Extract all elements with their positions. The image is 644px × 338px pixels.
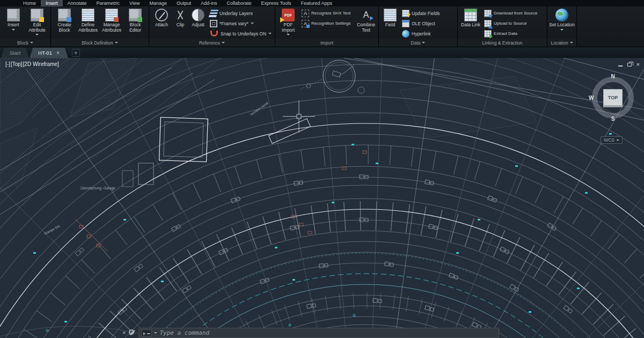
panel-import: PDF PDF Import A Recognize SHX Text A Re… [275,6,379,47]
combine-text-button[interactable]: A Combine Text [355,8,377,39]
wcs-label: WCS [604,137,614,143]
viewport-view-control[interactable]: [Top] [11,61,23,67]
extract-data-label: Extract Data [494,31,517,36]
create-block-label: Create Block [53,23,76,33]
panel-reference: Attach Clip Adjust Underlay Layers [149,6,275,47]
pdf-import-button[interactable]: PDF PDF Import [277,8,299,39]
clip-button[interactable]: Clip [172,8,188,39]
panel-label-reference[interactable]: Reference [149,39,275,47]
attach-button[interactable]: Attach [151,8,172,39]
customize-wrench-icon[interactable] [129,329,135,336]
chevron-down-icon [287,34,290,35]
upload-to-source-button[interactable]: Upload to Source [482,18,545,28]
crosshair-cursor [283,100,315,133]
ribbon-tab-addins[interactable]: Add-ins [196,0,222,6]
wcs-dropdown[interactable]: WCS [601,136,623,144]
restore-icon[interactable] [627,63,632,67]
minimize-icon[interactable] [618,65,623,67]
insert-button[interactable]: Insert [2,8,25,39]
close-icon[interactable] [56,50,60,56]
ribbon-tab-insert[interactable]: Insert [41,0,63,6]
hyperlink-icon [402,30,409,38]
underlay-layers-icon [209,10,219,17]
insert-button-label: Insert [8,23,19,28]
drawing-canvas[interactable]: Überdachung -Garage Vorfahrt Hotel Rampe… [0,58,644,338]
panel-label-location[interactable]: Location [547,39,576,47]
update-fields-button[interactable]: Update Fields [400,8,456,18]
recognize-shx-label: Recognize SHX Text [311,11,350,16]
panel-label-block[interactable]: Block [0,39,50,47]
viewport-minimize-control[interactable]: [-] [5,61,10,67]
panel-label-import[interactable]: Import [275,39,378,47]
ribbon-tab-annotate[interactable]: Annotate [63,0,92,6]
recognize-shx-text-button[interactable]: A Recognize SHX Text [299,8,355,18]
ribbon-tab-featured-apps[interactable]: Featured Apps [296,0,337,6]
chevron-down-icon[interactable] [154,332,157,334]
new-drawing-tab-button[interactable] [72,49,80,57]
underlay-layers-label: Underlay Layers [219,11,253,16]
ribbon-tab-view[interactable]: View [125,0,144,6]
command-input[interactable] [159,329,496,336]
field-icon [384,9,397,21]
chevron-down-icon [560,29,564,31]
data-link-button[interactable]: Data Link [459,8,482,39]
ribbon: Insert Edit Attribute Block Create Block [0,6,644,47]
command-history-icon[interactable] [141,329,152,336]
panel-reference-title: Reference [199,39,220,47]
ribbon-tab-parametric[interactable]: Parametric [92,0,125,6]
define-attributes-button[interactable]: Define Attributes [76,8,100,39]
extract-data-button[interactable]: Extract Data [482,28,545,39]
block-editor-button[interactable]: Block Editor [123,8,147,39]
close-icon[interactable] [122,330,126,336]
panel-label-data[interactable]: Data [379,39,457,47]
close-icon[interactable] [636,62,640,67]
shx-icon-letter: A [304,21,307,26]
hyperlink-button[interactable]: Hyperlink [400,28,456,39]
panel-block-title: Block [17,39,28,47]
ribbon-tab-manage[interactable]: Manage [144,0,172,6]
edit-attribute-button[interactable]: Edit Attribute [25,8,49,39]
viewcube-west[interactable]: W [589,95,594,101]
structures [122,60,364,187]
download-from-source-button[interactable]: Download from Source [482,8,545,18]
adjust-label: Adjust [192,23,204,28]
ribbon-tab-collaborate[interactable]: Collaborate [222,0,257,6]
ribbon-tab-output[interactable]: Output [172,0,196,6]
snap-to-underlays-dropdown[interactable]: Snap to Underlays ON [208,28,273,39]
panel-label-linking-extraction[interactable]: Linking & Extraction [458,39,547,47]
annotation-garage: Überdachung -Garage [80,186,115,190]
underlay-layers-button[interactable]: Underlay Layers [208,8,273,18]
chevron-down-icon [222,42,225,43]
panel-block-definition: Create Block Define Attributes Manage At… [51,6,149,47]
viewcube-north[interactable]: N [611,74,614,79]
panel-label-block-definition[interactable]: Block Definition [51,39,149,47]
set-location-button[interactable]: Set Location [549,8,575,39]
manage-attributes-button[interactable]: Manage Attributes [100,8,123,39]
chevron-down-icon [115,42,118,43]
recognition-settings-button[interactable]: A Recognition Settings [299,18,355,28]
ribbon-tab-express-tools[interactable]: Express Tools [257,0,296,6]
field-button[interactable]: Field [380,8,400,39]
viewport-visual-style-control[interactable]: [2D Wireframe] [23,61,59,67]
define-attributes-icon [82,9,94,21]
panel-data: Field Update Fields OLE Object Hyperlink [379,6,458,47]
file-tab-start[interactable]: Start [1,48,29,58]
file-tab-bar: Start HT-01 [0,47,644,58]
panel-block: Insert Edit Attribute Block [0,6,51,47]
ole-object-icon [402,20,409,27]
create-block-button[interactable]: Create Block [53,8,76,39]
manage-attributes-icon [105,9,118,21]
define-attributes-label: Define Attributes [76,23,100,33]
ribbon-tab-home[interactable]: Home [18,0,41,6]
pdf-icon-text: PDF [284,13,292,17]
extract-data-icon [484,30,492,38]
file-tab-ht01[interactable]: HT-01 [30,48,68,58]
insert-block-icon [7,9,20,21]
viewcube-south[interactable]: S [611,116,615,122]
adjust-button[interactable]: Adjust [188,8,208,39]
update-fields-label: Update Fields [412,11,440,16]
ole-object-button[interactable]: OLE Object [400,18,456,28]
viewcube-top-face[interactable]: TOP [603,89,623,106]
viewcube[interactable]: N W S TOP [589,74,636,121]
frames-dropdown[interactable]: *Frames vary* [208,18,273,28]
